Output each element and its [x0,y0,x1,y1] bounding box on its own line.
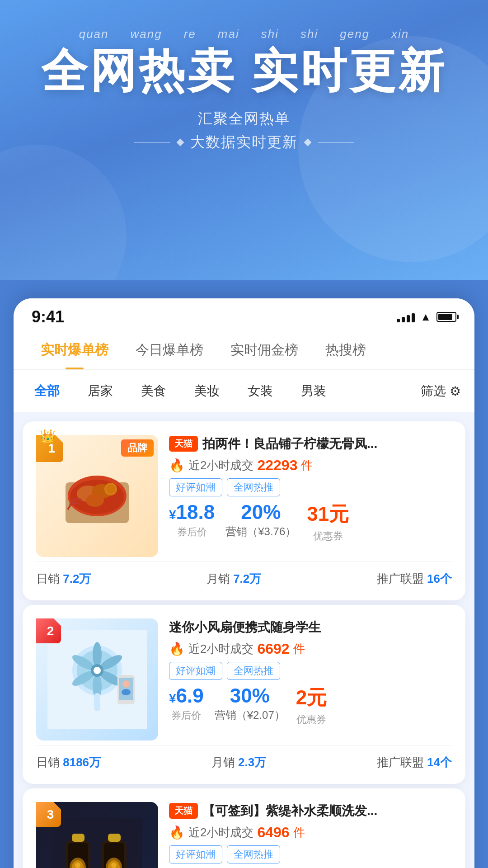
filter-beauty[interactable]: 美妆 [187,379,227,403]
diamond-right [304,139,312,146]
product-card-1[interactable]: 1 👑 品牌 [23,421,465,600]
product-image-wrap-3: 3 [36,802,158,868]
price-value-2: ¥6.9 [169,684,204,707]
svg-point-11 [93,642,102,667]
product-info-1: 天猫 拍两件！良品铺子柠檬无骨凤... 🔥 近2小时成交 22293 件 好评如… [169,435,452,557]
price-label-1: 券后价 [169,525,215,539]
monthly-sales-1: 月销 7.2万 [206,571,261,587]
product-image-wrap-2: 2 [36,618,158,741]
pinyin-text: shi [261,27,279,41]
platform-title-2: 迷你小风扇便携式随身学生 [169,618,452,636]
monthly-sales-2: 月销 2.3万 [211,755,266,770]
sales-number-2: 6692 [257,641,289,657]
tags-row-3: 好评如潮 全网热推 [169,845,452,863]
svg-rect-19 [94,693,100,711]
signal-bar-4 [412,313,415,322]
filter-row: 全部 居家 美食 美妆 女装 男装 筛选 ⚙ [14,370,474,412]
card-header-3: 3 [36,802,452,868]
svg-point-18 [94,667,101,674]
card-header-1: 1 👑 品牌 [36,435,452,557]
svg-point-22 [122,680,130,688]
coupon-block-2: 2元 优惠券 [296,684,327,726]
filter-food[interactable]: 美食 [134,379,174,403]
deco-line-right [318,142,354,143]
signal-bar-1 [397,319,400,322]
status-bar: 9:41 ▲ [14,298,474,331]
svg-point-30 [75,863,80,868]
tag-good-review-3: 好评如潮 [169,845,222,863]
rank-badge-2: 2 [36,618,61,643]
rank-badge-1: 1 👑 [36,435,63,462]
hero-subtitle2: 大数据实时更新 [18,132,470,152]
tab-realtime-commission[interactable]: 实时佣金榜 [217,331,312,369]
coupon-label-1: 优惠券 [307,529,349,543]
tab-hot-search[interactable]: 热搜榜 [312,331,380,369]
fire-icon-1: 🔥 [169,458,185,473]
pinyin-text: xin [391,27,409,41]
hero-title: 全网热卖 实时更新 [18,46,470,96]
price-value-1: ¥18.8 [169,501,215,524]
pinyin-text: mai [218,27,239,41]
sales-count-2: 🔥 近2小时成交 6692 件 [169,641,452,657]
rank-badge-3: 3 [36,802,61,827]
fire-icon-3: 🔥 [169,825,185,840]
svg-rect-34 [108,834,121,842]
tabs-row: 实时爆单榜 今日爆单榜 实时佣金榜 热搜榜 [14,331,474,370]
svg-rect-27 [72,834,84,842]
tab-realtime-hot[interactable]: 实时爆单榜 [27,331,122,369]
tag-hot-rec: 全网热推 [227,478,280,496]
tag-good-review: 好评如潮 [169,478,222,496]
sales-unit-1: 件 [301,458,313,473]
product-title-1: 拍两件！良品铺子柠檬无骨凤... [202,435,377,453]
coupon-amount-1: 31元 [307,501,349,528]
filter-men[interactable]: 男装 [294,379,333,403]
product-card-2[interactable]: 2 [23,605,465,784]
commission-detail-1: 营销（¥3.76） [225,524,296,539]
tags-row-1: 好评如潮 全网热推 [169,478,452,496]
deco-line-left [134,142,170,143]
fire-icon-2: 🔥 [169,642,185,656]
sales-number-3: 6496 [257,824,289,841]
price-block-1: ¥18.8 券后价 [169,501,215,539]
product-title-3: 【可签到】紫缇补水柔顺洗发... [202,802,377,820]
pinyin-text: shi [300,27,318,41]
affiliates-2: 推广联盟 14个 [377,755,452,770]
product-info-2: 迷你小风扇便携式随身学生 🔥 近2小时成交 6692 件 好评如潮 全网热推 [169,618,452,741]
filter-all[interactable]: 全部 [27,379,67,403]
hero-section: quan wang re mai shi shi geng xin 全网热卖 实… [0,0,488,280]
tab-today-hot[interactable]: 今日爆单榜 [122,331,217,369]
diamond-left [177,139,184,146]
filter-women[interactable]: 女装 [240,379,280,403]
product-card-3[interactable]: 3 [23,788,465,868]
tag-hot-rec-3: 全网热推 [227,845,280,863]
daily-sales-2: 日销 8186万 [36,755,101,770]
wifi-icon: ▲ [420,311,431,323]
signal-bar-3 [407,315,410,322]
commission-block-2: 30% 营销（¥2.07） [215,684,285,722]
products-list: 1 👑 品牌 [14,412,474,868]
commission-block-1: 20% 营销（¥3.76） [225,501,296,539]
pinyin-text: re [184,27,196,41]
brand-tag-1: 品牌 [121,439,154,457]
commission-pct-1: 20% [225,501,296,524]
card-header-2: 2 [36,618,452,741]
rank-number-2: 2 [43,624,54,638]
pinyin-text: geng [340,27,370,41]
sales-count-3: 🔥 近2小时成交 6496 件 [169,824,452,841]
tag-good-review-2: 好评如潮 [169,662,222,680]
stats-row-1: 日销 7.2万 月销 7.2万 推广联盟 16个 [36,561,452,587]
tmall-badge-1: 天猫 [169,436,198,452]
product-image-wrap-1: 1 👑 品牌 [36,435,158,557]
crown-icon: 👑 [40,429,56,443]
affiliates-1: 推广联盟 16个 [377,571,452,587]
filter-icon: ⚙ [450,384,461,399]
platform-title-3: 天猫 【可签到】紫缇补水柔顺洗发... [169,802,452,820]
battery-icon [436,312,456,322]
product-title-2: 迷你小风扇便携式随身学生 [169,618,321,636]
pinyin-text: quan [79,27,109,41]
rank-number-3: 3 [43,807,54,822]
filter-button[interactable]: 筛选 ⚙ [421,382,461,400]
status-icons: ▲ [397,311,456,323]
filter-home[interactable]: 居家 [80,379,120,403]
battery-fill [438,314,452,320]
